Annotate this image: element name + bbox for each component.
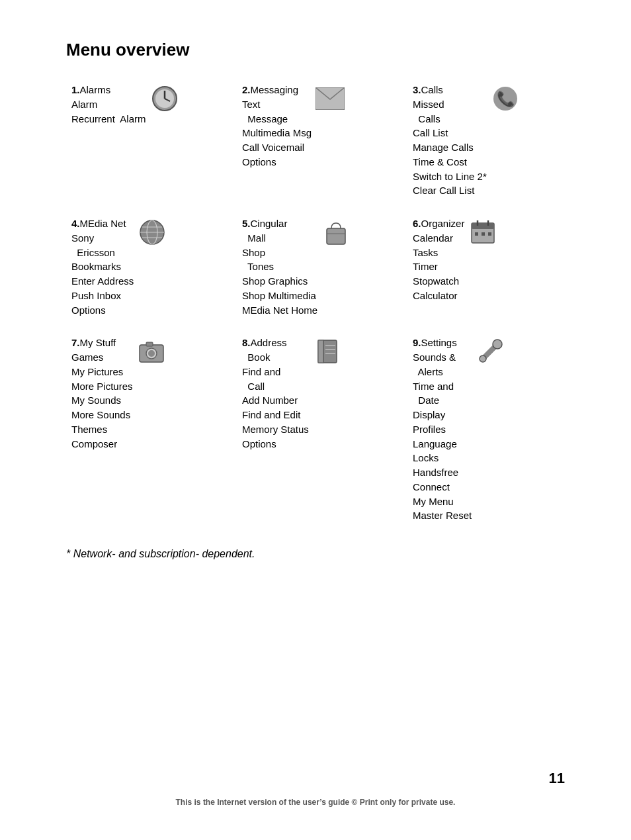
menu-subitem: Mall	[242, 231, 317, 246]
icon-camera	[137, 337, 166, 366]
svg-text:📞: 📞	[496, 90, 515, 108]
menu-subitem: Call Voicemail	[242, 140, 312, 155]
menu-subitem: Recurrent Alarm	[71, 112, 146, 126]
svg-point-33	[480, 355, 486, 362]
menu-subitem: MEdia Net Home	[242, 303, 317, 318]
menu-subitem: Multimedia Msg	[242, 126, 312, 140]
menu-text-8: 8.Address BookFind and CallAdd NumberFin…	[242, 336, 309, 451]
icon-wrench	[476, 337, 505, 366]
svg-rect-19	[482, 232, 485, 236]
menu-subitem: Composer	[71, 437, 133, 451]
menu-cell-2: 2.MessagingText MessageMultimedia MsgCal…	[237, 76, 407, 210]
menu-number-2: 2.	[242, 84, 251, 95]
menu-cell-5: 5.Cingular MallShop TonesShop GraphicsSh…	[237, 210, 407, 329]
menu-subitem: Sony	[71, 231, 134, 246]
footnote: * Network- and subscription- dependent.	[66, 548, 578, 560]
menu-subitem: Time & Cost	[413, 155, 487, 169]
menu-text-9: 9.SettingsSounds & AlertsTime and DateDi…	[413, 336, 472, 523]
menu-subitem: Date	[413, 393, 472, 408]
menu-subitem: Book	[242, 350, 309, 365]
menu-cell-1: 1.AlarmsAlarmRecurrent Alarm	[66, 76, 237, 210]
menu-subitem: Themes	[71, 422, 133, 437]
svg-rect-27	[318, 340, 323, 363]
menu-number-5: 5.	[242, 218, 251, 229]
icon-book	[313, 337, 342, 366]
menu-text-4: 4.MEdia NetSony EricssonBookmarksEnter A…	[71, 216, 134, 317]
menu-number-4: 4.	[71, 218, 80, 229]
menu-subitem: Find and Edit	[242, 408, 309, 422]
menu-cell-8: 8.Address BookFind and CallAdd NumberFin…	[237, 329, 407, 535]
menu-subitem: Clear Call List	[413, 183, 487, 198]
svg-rect-20	[488, 232, 491, 236]
menu-subitem: Add Number	[242, 393, 309, 408]
menu-subitem: Sounds &	[413, 350, 472, 365]
menu-number-7: 7.	[71, 337, 80, 348]
menu-subitem: Text	[242, 97, 312, 112]
menu-subitem: Switch to Line 2*	[413, 169, 487, 184]
icon-globe	[138, 218, 167, 247]
svg-rect-18	[475, 232, 478, 236]
menu-subitem: Tones	[242, 259, 317, 274]
svg-point-32	[493, 340, 502, 349]
menu-subitem: Display	[413, 408, 472, 422]
menu-grid: 1.AlarmsAlarmRecurrent Alarm2.MessagingT…	[66, 76, 578, 535]
menu-subitem: Shop	[242, 246, 317, 260]
icon-clock	[150, 84, 179, 113]
menu-subitem: Shop Multimedia	[242, 289, 317, 303]
menu-number-6: 6.	[413, 218, 421, 229]
menu-subitem: Alarm	[71, 97, 146, 112]
menu-subitem: Ericsson	[71, 246, 134, 260]
menu-subitem: Profiles	[413, 422, 472, 437]
menu-number-3: 3.	[413, 84, 421, 95]
menu-subitem: Memory Status	[242, 422, 309, 437]
menu-text-1: 1.AlarmsAlarmRecurrent Alarm	[71, 83, 146, 126]
svg-point-23	[148, 350, 155, 357]
menu-subitem: Alerts	[413, 365, 472, 379]
footer-text: This is the Internet version of the user…	[0, 798, 631, 807]
menu-subitem: Enter Address	[71, 274, 134, 289]
menu-subitem: Message	[242, 112, 312, 126]
menu-subitem: Games	[71, 350, 133, 365]
icon-envelope	[316, 84, 345, 113]
icon-phone: 📞	[491, 84, 520, 113]
menu-subitem: My Menu	[413, 494, 472, 509]
menu-number-8: 8.	[242, 337, 251, 348]
menu-text-2: 2.MessagingText MessageMultimedia MsgCal…	[242, 83, 312, 169]
menu-cell-6: 6.OrganizerCalendarTasksTimerStopwatchCa…	[407, 210, 578, 329]
page-title: Menu overview	[66, 40, 578, 60]
menu-subitem: Calls	[413, 112, 487, 126]
menu-text-5: 5.Cingular MallShop TonesShop GraphicsSh…	[242, 216, 317, 317]
menu-text-6: 6.OrganizerCalendarTasksTimerStopwatchCa…	[413, 216, 464, 303]
menu-subitem: Options	[242, 437, 309, 451]
menu-subitem: Language	[413, 437, 472, 451]
svg-rect-12	[327, 228, 345, 244]
menu-subitem: Locks	[413, 451, 472, 465]
menu-subitem: Options	[71, 303, 134, 318]
menu-subitem: Stopwatch	[413, 274, 464, 289]
menu-subitem: More Sounds	[71, 408, 133, 422]
menu-subitem: Options	[242, 155, 312, 169]
menu-subitem: My Pictures	[71, 365, 133, 379]
menu-subitem: Bookmarks	[71, 259, 134, 274]
menu-subitem: Tasks	[413, 246, 464, 260]
menu-subitem: Master Reset	[413, 508, 472, 523]
menu-cell-4: 4.MEdia NetSony EricssonBookmarksEnter A…	[66, 210, 237, 329]
svg-rect-24	[146, 342, 153, 346]
menu-subitem: More Pictures	[71, 379, 133, 394]
page: Menu overview 1.AlarmsAlarmRecurrent Ala…	[0, 0, 631, 626]
menu-subitem: Shop Graphics	[242, 274, 317, 289]
menu-subitem: Missed	[413, 97, 487, 112]
menu-subitem: Time and	[413, 379, 472, 394]
menu-subitem: Timer	[413, 259, 464, 274]
menu-text-7: 7.My StuffGamesMy PicturesMore PicturesM…	[71, 336, 133, 451]
menu-subitem: Find and	[242, 365, 309, 379]
menu-subitem: Calendar	[413, 231, 464, 246]
menu-cell-3: 3.CallsMissed CallsCall ListManage Calls…	[407, 76, 578, 210]
menu-subitem: My Sounds	[71, 393, 133, 408]
menu-subitem: Call List	[413, 126, 487, 140]
menu-cell-9: 9.SettingsSounds & AlertsTime and DateDi…	[407, 329, 578, 535]
icon-calendar	[468, 218, 497, 247]
menu-subitem: Connect	[413, 480, 472, 494]
menu-text-3: 3.CallsMissed CallsCall ListManage Calls…	[413, 83, 487, 198]
page-number: 11	[549, 770, 565, 787]
